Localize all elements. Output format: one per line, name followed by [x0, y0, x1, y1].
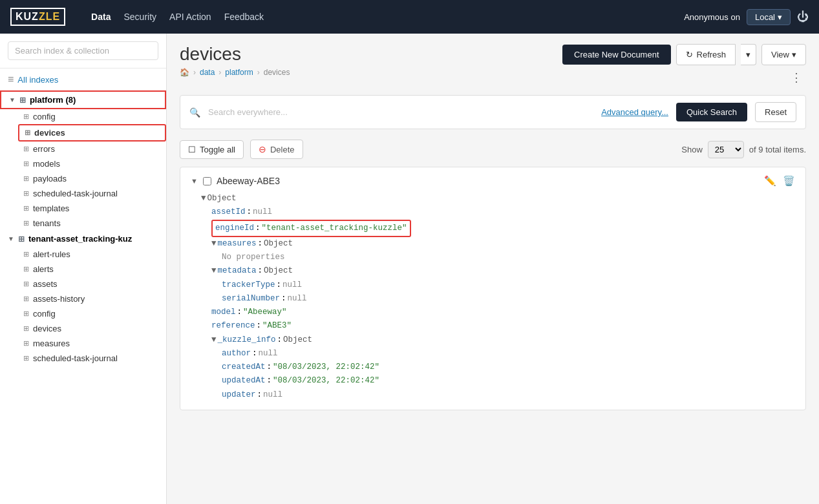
collection-icon: ⊞ — [23, 354, 29, 362]
collection-tenant-config[interactable]: ⊞ config — [18, 306, 166, 321]
doc-field-author: author: null — [201, 347, 795, 361]
collection-templates-label: templates — [33, 204, 69, 213]
env-button[interactable]: Local ▾ — [747, 9, 791, 25]
collection-icon: ⊞ — [23, 204, 29, 213]
doc-field-trackerType: trackerType: null — [201, 278, 795, 292]
index-platform-label: platform (8) — [30, 95, 76, 105]
index-tenant-header[interactable]: ▼ ⊞ tenant-asset_tracking-kuz — [0, 231, 166, 247]
search-index-input[interactable] — [8, 41, 158, 60]
collection-icon: ⊞ — [25, 129, 30, 137]
index-tenant-label: tenant-asset_tracking-kuz — [28, 234, 132, 244]
doc-field-updatedAt: updatedAt: "08/03/2023, 22:02:42" — [201, 374, 795, 388]
collection-tenant-devices[interactable]: ⊞ devices — [18, 321, 166, 336]
collection-tenant-config-label: config — [33, 309, 56, 319]
all-indexes-link[interactable]: All indexes — [0, 68, 166, 90]
collection-icon: ⊞ — [23, 189, 29, 198]
index-platform: ▼ ⊞ platform (8) ⊞ config ⊞ devices ⊞ er… — [0, 90, 166, 231]
header-actions: Create New Document ↻ Refresh ▾ View ▾ — [562, 44, 806, 65]
view-button[interactable]: View ▾ — [761, 44, 806, 65]
collection-icon: ⊞ — [23, 174, 29, 183]
collection-tenant-stj[interactable]: ⊞ scheduled-task-journal — [18, 351, 166, 366]
index-platform-header[interactable]: ▼ ⊞ platform (8) — [0, 90, 166, 109]
collection-devices[interactable]: ⊞ devices — [18, 124, 166, 142]
nav-security[interactable]: Security — [123, 12, 156, 22]
collection-icon: ⊞ — [23, 145, 29, 153]
collection-devices-label: devices — [34, 128, 65, 138]
collection-measures[interactable]: ⊞ measures — [18, 336, 166, 351]
doc-field-model: model: "Abeeway" — [201, 306, 795, 319]
nav-api-action[interactable]: API Action — [169, 12, 211, 22]
more-options-button[interactable]: ⋮ — [787, 69, 806, 86]
collection-assets-history[interactable]: ⊞ assets-history — [18, 291, 166, 306]
power-button[interactable]: ⏻ — [797, 10, 809, 24]
delete-button[interactable]: ⊖ Delete — [250, 140, 303, 159]
page-title: devices — [180, 44, 241, 65]
create-document-button[interactable]: Create New Document — [562, 45, 671, 65]
collection-alert-rules[interactable]: ⊞ alert-rules — [18, 247, 166, 262]
collapse-icon[interactable]: ▼ — [201, 192, 206, 205]
collection-alert-rules-label: alert-rules — [33, 249, 70, 259]
document-checkbox[interactable] — [203, 177, 211, 185]
collapse-icon[interactable]: ▼ — [211, 333, 217, 347]
collection-assets[interactable]: ⊞ assets — [18, 277, 166, 291]
doc-field-serialNumber: serialNumber: null — [201, 292, 795, 306]
index-icon: ⊞ — [19, 96, 26, 105]
doc-field-reference: reference: "ABE3" — [201, 319, 795, 333]
collection-errors[interactable]: ⊞ errors — [18, 142, 166, 156]
collapse-icon[interactable]: ▼ — [211, 264, 217, 278]
tenant-collections: ⊞ alert-rules ⊞ alerts ⊞ assets ⊞ assets… — [0, 247, 166, 366]
search-input[interactable] — [208, 107, 593, 117]
document-controls: ☐ Toggle all ⊖ Delete Show 25 50 100 of … — [180, 140, 806, 159]
chevron-down-icon: ▼ — [8, 235, 14, 242]
breadcrumb: 🏠 › data › platform › devices — [180, 68, 290, 77]
platform-collections: ⊞ config ⊞ devices ⊞ errors ⊞ models ⊞ — [0, 109, 166, 231]
doc-field-assetId: assetId: null — [201, 205, 795, 219]
collection-alerts[interactable]: ⊞ alerts — [18, 262, 166, 277]
collection-tenants[interactable]: ⊞ tenants — [18, 216, 166, 231]
collection-icon: ⊞ — [23, 112, 29, 121]
doc-field-updater: updater: null — [201, 388, 795, 402]
collection-alerts-label: alerts — [33, 264, 54, 274]
doc-field-createdAt: createdAt: "08/03/2023, 22:02:42" — [201, 361, 795, 374]
collapse-icon[interactable]: ▼ — [211, 237, 217, 251]
collection-icon: ⊞ — [23, 280, 29, 288]
navbar: KUZZLE Data Security API Action Feedback… — [0, 0, 819, 34]
collection-assets-label: assets — [33, 279, 58, 289]
search-bar: 🔍 Advanced query... Quick Search Reset — [180, 95, 806, 129]
collection-tenant-devices-label: devices — [33, 324, 61, 333]
collection-config[interactable]: ⊞ config — [18, 109, 166, 124]
refresh-button[interactable]: ↻ Refresh — [676, 44, 736, 65]
main-content: devices Create New Document ↻ Refresh ▾ … — [167, 34, 819, 504]
document-actions: ✏️ 🗑️ — [764, 175, 795, 187]
collection-icon: ⊞ — [23, 324, 29, 333]
doc-chevron-icon[interactable]: ▼ — [191, 177, 198, 185]
quick-search-button[interactable]: Quick Search — [676, 103, 747, 121]
reset-button[interactable]: Reset — [755, 102, 796, 122]
index-tenant: ▼ ⊞ tenant-asset_tracking-kuz ⊞ alert-ru… — [0, 231, 166, 366]
collection-scheduled-task-journal[interactable]: ⊞ scheduled-task-journal — [18, 186, 166, 201]
refresh-icon: ↻ — [686, 50, 693, 59]
breadcrumb-platform[interactable]: platform — [225, 68, 253, 77]
logo[interactable]: KUZZLE — [10, 8, 65, 26]
nav-feedback[interactable]: Feedback — [224, 12, 264, 22]
collection-tenant-stj-label: scheduled-task-journal — [33, 353, 118, 363]
refresh-dropdown-button[interactable]: ▾ — [741, 44, 756, 65]
delete-icon: ⊖ — [259, 144, 266, 154]
collection-payloads[interactable]: ⊞ payloads — [18, 171, 166, 186]
delete-document-button[interactable]: 🗑️ — [783, 175, 795, 187]
chevron-down-icon: ▾ — [792, 50, 796, 59]
document-item: ▼ Abeeway-ABE3 ✏️ 🗑️ ▼ Object assetId: n… — [180, 167, 806, 410]
advanced-query-link[interactable]: Advanced query... — [601, 107, 668, 117]
nav-data[interactable]: Data — [91, 12, 111, 22]
toggle-all-button[interactable]: ☐ Toggle all — [180, 140, 244, 159]
doc-field-kuzzle-info: ▼ _kuzzle_info: Object — [201, 333, 795, 347]
collection-models[interactable]: ⊞ models — [18, 156, 166, 171]
edit-document-button[interactable]: ✏️ — [764, 175, 776, 187]
show-select[interactable]: 25 50 100 — [708, 141, 744, 158]
breadcrumb-data[interactable]: data — [200, 68, 215, 77]
collection-icon: ⊞ — [23, 265, 29, 273]
collection-icon: ⊞ — [23, 295, 29, 303]
collection-templates[interactable]: ⊞ templates — [18, 201, 166, 216]
total-items: of 9 total items. — [749, 145, 806, 154]
breadcrumb-devices: devices — [264, 68, 290, 77]
